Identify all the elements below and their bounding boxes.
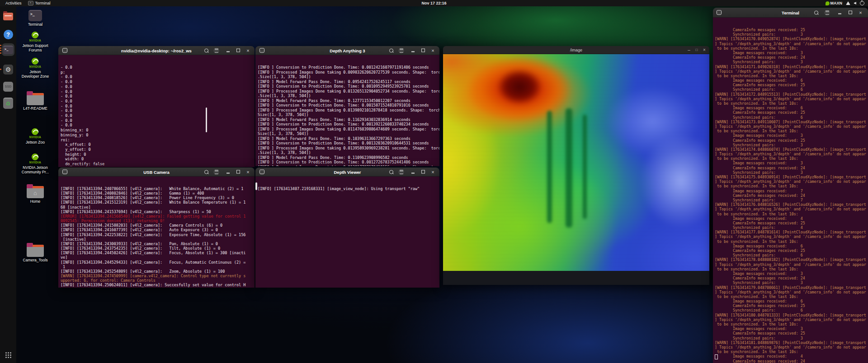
desktop-icon-camera-tools[interactable]: Camera_Tools bbox=[21, 245, 50, 262]
scrollbar-thumb[interactable] bbox=[255, 182, 257, 190]
terminal-line: [INFO] [1763413394.241537694] [v4l2_came… bbox=[61, 209, 255, 214]
minimize-button[interactable] bbox=[410, 47, 416, 53]
clock[interactable]: Nov 17 22:16 bbox=[421, 1, 446, 5]
search-icon bbox=[389, 48, 393, 52]
dock-item-files[interactable] bbox=[2, 10, 14, 23]
system-tray[interactable]: MAXN bbox=[826, 0, 865, 6]
nvidia-power-mode-icon bbox=[826, 1, 830, 5]
focused-app-menu[interactable]: > Terminal bbox=[28, 1, 51, 5]
minimize-button[interactable]: – bbox=[686, 47, 692, 53]
new-tab-button[interactable] bbox=[62, 169, 68, 175]
close-button[interactable]: × bbox=[701, 47, 708, 53]
dock-item-settings[interactable]: ⚙ bbox=[2, 63, 14, 76]
terminal-output[interactable]: [INFO] [1763413394.240786655] [v4l2_came… bbox=[58, 177, 255, 288]
new-tab-button[interactable] bbox=[259, 169, 265, 175]
desktop-icon-l4t-readme[interactable]: L4T-README bbox=[21, 93, 50, 111]
search-button[interactable] bbox=[388, 47, 394, 53]
maximize-button[interactable] bbox=[420, 47, 426, 53]
terminal-line: Synchronized pairs: 3 bbox=[715, 60, 868, 64]
minimize-button[interactable] bbox=[225, 169, 231, 175]
activities-button[interactable]: Activities bbox=[5, 1, 22, 5]
search-button[interactable] bbox=[203, 169, 209, 175]
terminal-line: [INFO] [1763413394.241607739] [v4l2_came… bbox=[61, 228, 255, 232]
dock-item-trash[interactable]: ♻ bbox=[2, 97, 14, 109]
desktop-icon-jetson-community[interactable]: NVIDIA NVIDIA Jetson Community Pr... bbox=[21, 154, 50, 174]
close-button[interactable]: × bbox=[430, 47, 436, 53]
search-button[interactable] bbox=[203, 47, 209, 53]
search-button[interactable] bbox=[813, 9, 819, 15]
terminal-output[interactable]: [INFO] [1763413407.219168331] [image_vie… bbox=[255, 177, 439, 288]
terminal-line: binning_y: 0 bbox=[61, 133, 255, 138]
terminal-line: [WARN] [1763414178.048808182] [PointClou… bbox=[715, 257, 868, 262]
terminal-line: CameraInfo messages received: 24 bbox=[715, 193, 868, 198]
hamburger-menu-icon bbox=[400, 48, 403, 52]
terminal-line: to be synchronized. In the last 10s: bbox=[715, 212, 868, 216]
terminal-line: - 0.0 bbox=[61, 118, 255, 123]
menu-button[interactable] bbox=[213, 169, 219, 175]
new-tab-button[interactable] bbox=[716, 9, 722, 15]
terminal-line: ue to 1 bbox=[61, 287, 255, 288]
search-button[interactable] bbox=[388, 169, 394, 175]
close-button[interactable]: × bbox=[858, 9, 863, 15]
terminal-line: Size([1, 3, 378, 504]) bbox=[258, 112, 439, 117]
dock-item-help[interactable]: ? bbox=[2, 28, 14, 41]
close-button[interactable]: × bbox=[245, 47, 251, 53]
headerbar[interactable]: Terminal × bbox=[713, 8, 868, 18]
image-window-footer bbox=[443, 271, 709, 285]
dock-item-terminal[interactable]: >_ bbox=[2, 43, 14, 56]
desktop-icon-home[interactable]: ⌂ Home bbox=[21, 186, 50, 204]
terminal-line: Image messages received: 4 bbox=[715, 216, 868, 221]
terminal-line: Image messages received: 4 bbox=[715, 354, 868, 358]
headerbar[interactable]: USB Camera × bbox=[58, 168, 255, 177]
desktop-icon-terminal[interactable]: >_ Terminal bbox=[21, 10, 50, 27]
maximize-button[interactable] bbox=[235, 47, 241, 53]
desktop-icon-jetson-zoo[interactable]: NVIDIA Jetson Zoo bbox=[21, 128, 50, 144]
volume-icon bbox=[854, 2, 856, 5]
headerbar[interactable]: Depth Viewer × bbox=[255, 168, 439, 177]
terminal-output[interactable]: [INFO ] Conversion to Prediction Done. T… bbox=[255, 55, 439, 166]
close-button[interactable]: × bbox=[430, 169, 436, 175]
hamburger-menu-icon bbox=[215, 170, 218, 174]
menu-button[interactable] bbox=[398, 47, 404, 53]
scrollbar-thumb[interactable] bbox=[206, 107, 207, 132]
terminal-line: Synchronized pairs: 3 bbox=[715, 336, 868, 340]
terminal-line: [WARN] [1763414176.048816526] [PointClou… bbox=[715, 202, 868, 207]
maximize-icon bbox=[849, 11, 852, 14]
maximize-icon bbox=[421, 49, 425, 52]
nvidia-logo-icon: NVIDIA bbox=[29, 58, 42, 69]
desktop-icon-jetson-developer-zone[interactable]: NVIDIA Jetson Developer Zone bbox=[21, 58, 50, 79]
terminal-output[interactable]: - 0.0p:- 0.0- 0.0- 0.0- 0.0- 0.0- 0.0- 0… bbox=[58, 55, 255, 167]
power-icon bbox=[860, 1, 864, 5]
maximize-button[interactable] bbox=[235, 169, 241, 175]
terminal-line: [INFO] [1763413394.244502426] [v4l2_came… bbox=[61, 251, 255, 255]
minimize-button[interactable] bbox=[410, 169, 416, 175]
maximize-button[interactable] bbox=[420, 169, 426, 175]
terminal-line: CameraInfo messages received: 25 bbox=[715, 28, 868, 32]
new-tab-button[interactable] bbox=[259, 47, 265, 53]
show-applications-button[interactable] bbox=[2, 349, 14, 361]
minimize-button[interactable] bbox=[837, 9, 843, 15]
new-tab-button[interactable] bbox=[62, 47, 68, 53]
terminal-line: [WARN] [1763414174.048866074] [PointClou… bbox=[715, 147, 868, 152]
maximize-button[interactable]: □ bbox=[693, 47, 700, 53]
minimize-button[interactable] bbox=[225, 47, 231, 53]
headerbar[interactable]: Depth Anything 3 × bbox=[255, 46, 439, 55]
close-icon: × bbox=[246, 169, 249, 174]
home-emblem-icon: ⌂ bbox=[33, 190, 37, 196]
terminal-line: to be synchronized. In the last 10s: bbox=[715, 322, 868, 326]
desktop-icon-jetson-support-forums[interactable]: NVIDIA Jetson Support Forums bbox=[21, 32, 50, 52]
menu-button[interactable] bbox=[213, 47, 219, 53]
terminal-line: CameraInfo messages received: 25 bbox=[715, 221, 868, 225]
maximize-button[interactable] bbox=[847, 9, 853, 15]
terminal-line: [INFO ] Conversion to Prediction Done. T… bbox=[258, 160, 439, 165]
dock-item-ssd[interactable]: SSD bbox=[2, 80, 14, 93]
titlebar[interactable]: /image – □ × bbox=[443, 46, 709, 54]
terminal-line: CameraInfo messages received: 24 bbox=[715, 55, 868, 60]
menu-button[interactable] bbox=[824, 9, 830, 15]
terminal-output[interactable]: CameraInfo messages received: 25 Synchro… bbox=[713, 18, 868, 363]
headerbar[interactable]: nvidia@nvidia-desktop: ~/ros2_ws × bbox=[58, 46, 255, 55]
menu-button[interactable] bbox=[398, 169, 404, 175]
window-sync-terminal: Terminal × CameraInfo messages received:… bbox=[713, 8, 868, 363]
close-button[interactable]: × bbox=[245, 169, 251, 175]
terminal-line: [INFO ] Processed Images Done taking 0.0… bbox=[258, 127, 439, 132]
